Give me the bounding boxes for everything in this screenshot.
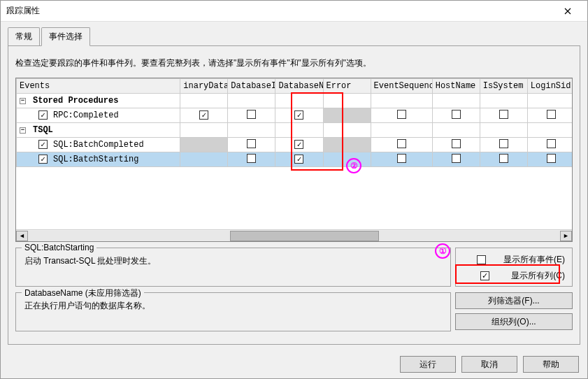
cell-checkbox[interactable]: [397, 110, 406, 119]
event-checkbox[interactable]: ✓: [38, 140, 48, 149]
col-databaseid[interactable]: DatabaseID: [228, 79, 275, 94]
grid-cell[interactable]: [228, 108, 275, 123]
col-error[interactable]: Error: [323, 79, 371, 94]
grid-cell[interactable]: ✓: [180, 108, 228, 123]
cancel-button[interactable]: 取消: [461, 356, 517, 373]
table-header-row: Events inaryData DatabaseID DatabaseName…: [17, 79, 573, 94]
grid-cell[interactable]: [323, 138, 371, 152]
event-row[interactable]: ✓SQL:BatchStarting✓: [17, 152, 573, 167]
grid-cell[interactable]: [371, 138, 432, 152]
grid-cell[interactable]: [228, 123, 275, 138]
row-label: Stored Procedures: [33, 96, 118, 106]
show-all-columns-label: 显示所有列(C): [511, 270, 565, 282]
col-events[interactable]: Events: [17, 79, 180, 94]
grid-cell[interactable]: [480, 94, 527, 108]
col-eventsequence[interactable]: EventSequence: [371, 79, 432, 94]
category-row[interactable]: −TSQL: [17, 123, 573, 138]
show-all-events-checkbox[interactable]: [477, 255, 486, 264]
grid-cell[interactable]: ✓: [275, 138, 323, 152]
close-button[interactable]: [554, 1, 582, 21]
cell-checkbox[interactable]: [247, 110, 256, 119]
cell-checkbox[interactable]: [547, 139, 556, 148]
row-label: SQL:BatchCompleted: [53, 140, 144, 150]
grid-cell[interactable]: [527, 152, 572, 167]
tab-general[interactable]: 常规: [8, 27, 40, 45]
col-binarydata[interactable]: inaryData: [180, 79, 228, 94]
grid-cell[interactable]: [180, 123, 228, 138]
cell-checkbox[interactable]: [397, 139, 406, 148]
grid-cell[interactable]: [228, 138, 275, 152]
col-hostname[interactable]: HostName: [432, 79, 480, 94]
col-databasename[interactable]: DatabaseName: [275, 79, 323, 94]
row-label: RPC:Completed: [53, 110, 119, 120]
cell-checkbox[interactable]: [247, 154, 256, 163]
grid-cell[interactable]: [432, 108, 480, 123]
grid-cell[interactable]: [432, 123, 480, 138]
event-row[interactable]: ✓SQL:BatchCompleted✓: [17, 138, 573, 152]
grid-cell[interactable]: [432, 152, 480, 167]
show-all-box: 显示所有事件(E) ✓ 显示所有列(C): [455, 248, 573, 287]
grid-cell[interactable]: [323, 94, 371, 108]
grid-cell[interactable]: [228, 152, 275, 167]
grid-cell[interactable]: [180, 94, 228, 108]
category-row[interactable]: −Stored Procedures: [17, 94, 573, 108]
tree-toggle[interactable]: −: [20, 98, 26, 104]
tab-event-selection[interactable]: 事件选择: [41, 27, 90, 46]
cell-checkbox[interactable]: [452, 110, 461, 119]
row-label: TSQL: [33, 125, 53, 135]
grid-cell[interactable]: [275, 94, 323, 108]
grid-cell[interactable]: [371, 94, 432, 108]
grid-cell[interactable]: [323, 108, 371, 123]
grid-cell[interactable]: [180, 138, 228, 152]
cell-checkbox[interactable]: [247, 139, 256, 148]
horizontal-scrollbar[interactable]: ◄ ►: [16, 229, 572, 241]
grid-cell[interactable]: [480, 108, 527, 123]
grid-cell[interactable]: [527, 123, 572, 138]
tree-toggle[interactable]: −: [20, 127, 26, 134]
grid-cell[interactable]: [480, 123, 527, 138]
event-checkbox[interactable]: ✓: [38, 110, 48, 120]
cell-checkbox[interactable]: ✓: [294, 155, 303, 164]
cell-checkbox[interactable]: ✓: [294, 110, 303, 120]
grid-cell[interactable]: [371, 152, 432, 167]
cell-checkbox[interactable]: [499, 139, 508, 148]
grid-cell[interactable]: ✓: [275, 152, 323, 167]
grid-cell[interactable]: [527, 138, 572, 152]
grid-cell[interactable]: [371, 108, 432, 123]
cell-checkbox[interactable]: [547, 110, 556, 119]
event-checkbox[interactable]: ✓: [38, 155, 48, 164]
scroll-right-button[interactable]: ►: [560, 231, 572, 241]
grid-cell[interactable]: [228, 94, 275, 108]
cell-checkbox[interactable]: ✓: [294, 140, 303, 149]
cell-checkbox[interactable]: [397, 154, 406, 163]
event-row[interactable]: ✓RPC:Completed✓✓: [17, 108, 573, 123]
help-button[interactable]: 帮助: [523, 356, 579, 373]
scroll-thumb[interactable]: [230, 231, 379, 241]
grid-cell[interactable]: [323, 152, 371, 167]
col-issystem[interactable]: IsSystem: [480, 79, 527, 94]
grid-cell[interactable]: [432, 94, 480, 108]
grid-cell[interactable]: [180, 152, 228, 167]
scroll-left-button[interactable]: ◄: [16, 231, 28, 241]
show-all-columns-checkbox[interactable]: ✓: [480, 271, 489, 280]
column-desc-body: 正在执行用户语句的数据库名称。: [24, 300, 442, 312]
grid-cell[interactable]: [371, 123, 432, 138]
column-filters-button[interactable]: 列筛选器(F)...: [455, 292, 573, 309]
cell-checkbox[interactable]: [547, 154, 556, 163]
grid-cell[interactable]: [432, 138, 480, 152]
run-button[interactable]: 运行: [400, 356, 456, 373]
grid-cell[interactable]: [527, 94, 572, 108]
cell-checkbox[interactable]: ✓: [199, 110, 208, 120]
grid-cell[interactable]: ✓: [275, 108, 323, 123]
cell-checkbox[interactable]: [499, 110, 508, 119]
grid-cell[interactable]: [480, 152, 527, 167]
grid-cell[interactable]: [480, 138, 527, 152]
cell-checkbox[interactable]: [499, 154, 508, 163]
grid-cell[interactable]: [275, 123, 323, 138]
grid-cell[interactable]: [323, 123, 371, 138]
col-loginsid[interactable]: LoginSid: [527, 79, 572, 94]
grid-cell[interactable]: [527, 108, 572, 123]
organize-columns-button[interactable]: 组织列(O)...: [455, 313, 573, 330]
cell-checkbox[interactable]: [452, 139, 461, 148]
cell-checkbox[interactable]: [452, 154, 461, 163]
